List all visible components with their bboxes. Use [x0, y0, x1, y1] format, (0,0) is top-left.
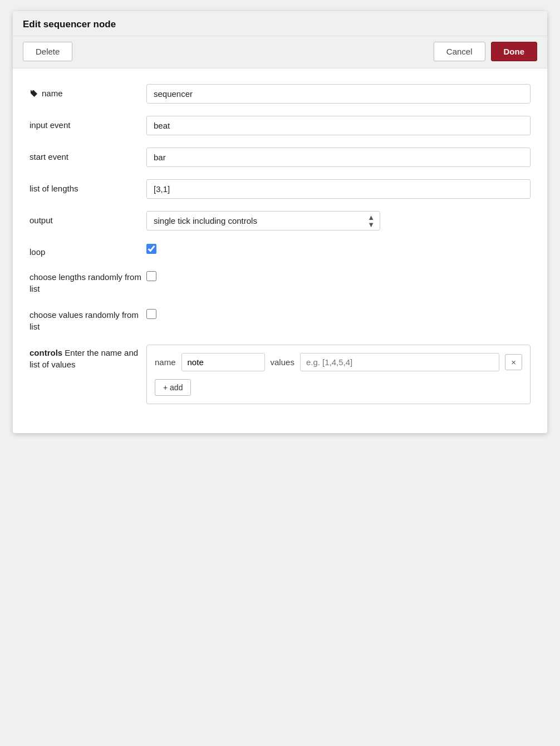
output-select[interactable]: single tick including controls single ti… [146, 211, 380, 230]
controls-values-label: values [271, 357, 294, 367]
dialog-title: Edit sequencer node [23, 19, 537, 30]
choose-lengths-label: choose lengths randomly from list [30, 269, 146, 295]
controls-bold-label: controls [30, 348, 62, 357]
controls-label: controls Enter the name and list of valu… [30, 345, 146, 370]
controls-name-input[interactable] [181, 353, 265, 371]
list-of-lengths-input[interactable] [146, 179, 530, 199]
add-control-button[interactable]: + add [155, 379, 191, 396]
name-label: name [30, 84, 146, 98]
loop-checkbox[interactable] [146, 244, 156, 254]
controls-section: name values × + add [146, 345, 530, 404]
choose-lengths-checkbox[interactable] [146, 271, 156, 281]
controls-values-input[interactable] [300, 353, 499, 371]
start-event-label: start event [30, 148, 146, 161]
choose-values-label: choose values randomly from list [30, 307, 146, 332]
controls-row: name values × [155, 353, 522, 371]
input-event-input[interactable] [146, 116, 530, 135]
controls-name-label: name [155, 357, 176, 367]
name-input[interactable] [146, 84, 530, 104]
output-label: output [30, 211, 146, 225]
choose-values-checkbox[interactable] [146, 309, 156, 319]
cancel-button[interactable]: Cancel [434, 42, 485, 61]
output-select-wrapper: single tick including controls single ti… [146, 211, 380, 230]
tag-icon [30, 89, 38, 98]
delete-button[interactable]: Delete [23, 42, 72, 61]
list-of-lengths-label: list of lengths [30, 179, 146, 193]
start-event-input[interactable] [146, 148, 530, 167]
input-event-label: input event [30, 116, 146, 130]
controls-remove-button[interactable]: × [505, 354, 522, 370]
done-button[interactable]: Done [491, 42, 538, 61]
loop-label: loop [30, 243, 146, 257]
